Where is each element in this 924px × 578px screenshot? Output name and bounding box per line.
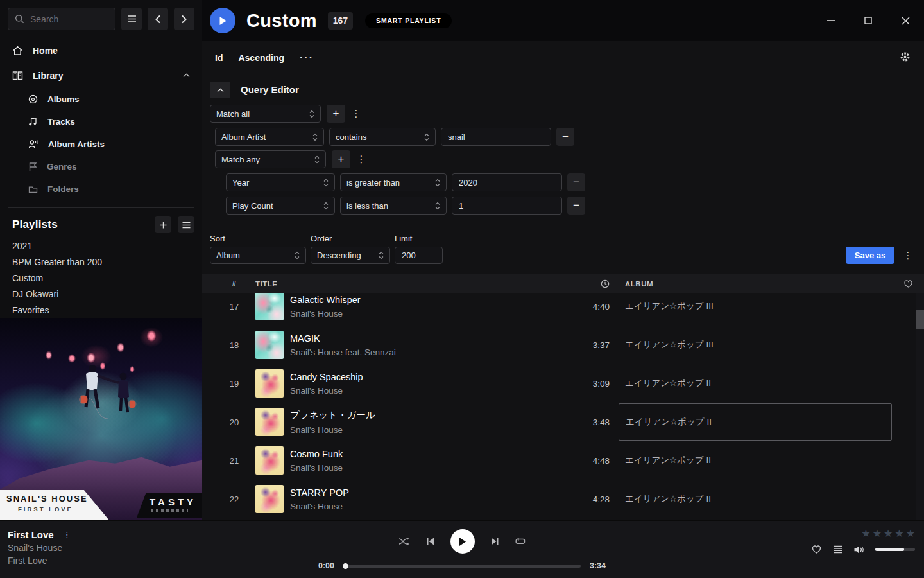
- rule-operator-select[interactable]: contains: [329, 128, 436, 146]
- rule-field-select[interactable]: Album Artist: [215, 128, 324, 146]
- sidebar-item-home[interactable]: Home: [0, 38, 202, 63]
- search-box[interactable]: [8, 8, 116, 30]
- forward-button[interactable]: [174, 8, 194, 30]
- track-row[interactable]: 17 Galactic Whisper Snail's House 4:40 エ…: [202, 293, 924, 326]
- more-options-button[interactable]: ···: [300, 52, 314, 64]
- now-playing-album[interactable]: First Love: [8, 556, 71, 566]
- now-playing-cover-art[interactable]: SNAIL'S HOUSE FIRST LOVE TASTY: [0, 318, 202, 520]
- star-icon[interactable]: ★: [894, 529, 903, 539]
- rule-value-input[interactable]: [452, 173, 562, 191]
- search-input[interactable]: [30, 14, 108, 24]
- match-type-select[interactable]: Match any: [215, 150, 326, 168]
- sidebar-item-folders[interactable]: Folders: [0, 178, 202, 200]
- match-type-select[interactable]: Match all: [210, 105, 321, 123]
- track-artist[interactable]: Snail's House: [290, 309, 565, 319]
- save-options-button[interactable]: ⋮: [903, 247, 913, 264]
- favorite-heart-icon[interactable]: [903, 279, 913, 288]
- track-artist[interactable]: Snail's House: [290, 425, 565, 435]
- menu-button[interactable]: [121, 8, 142, 30]
- sidebar-item-library[interactable]: Library: [0, 63, 202, 88]
- playlist-item[interactable]: DJ Okawari: [0, 286, 202, 302]
- playlist-item[interactable]: Favorites: [0, 302, 202, 319]
- remove-rule-button[interactable]: −: [556, 128, 574, 146]
- settings-gear-icon[interactable]: [900, 51, 911, 62]
- sort-direction-button[interactable]: Ascending: [238, 53, 284, 63]
- add-rule-button[interactable]: +: [327, 105, 345, 123]
- column-title[interactable]: TITLE: [255, 280, 565, 288]
- volume-icon[interactable]: [853, 545, 864, 554]
- now-playing-artist[interactable]: Snail's House: [8, 543, 71, 553]
- play-playlist-button[interactable]: [210, 8, 235, 33]
- star-icon[interactable]: ★: [861, 529, 870, 539]
- sidebar-item-genres[interactable]: Genres: [0, 155, 202, 178]
- back-button[interactable]: [148, 8, 168, 30]
- track-artist[interactable]: Snail's House: [290, 502, 565, 511]
- group-options-button[interactable]: ⋮: [351, 105, 361, 123]
- favorite-heart-button[interactable]: [811, 545, 822, 554]
- now-playing-options-button[interactable]: ⋮: [63, 530, 71, 539]
- add-rule-button[interactable]: +: [332, 150, 350, 168]
- playlist-item[interactable]: Custom: [0, 270, 202, 286]
- rule-field-select[interactable]: Year: [226, 173, 335, 191]
- remove-rule-button[interactable]: −: [567, 173, 585, 191]
- duration-clock-icon[interactable]: [601, 279, 610, 288]
- rule-value-input[interactable]: [452, 197, 562, 215]
- track-row[interactable]: 21 Cosmo Funk Snail's House 4:48 エイリアン☆ポ…: [202, 441, 924, 480]
- remove-rule-button[interactable]: −: [567, 197, 585, 215]
- column-album[interactable]: ALBUM: [619, 280, 892, 288]
- window-minimize-button[interactable]: [822, 12, 840, 30]
- rule-operator-select[interactable]: is less than: [340, 197, 447, 215]
- rule-field-select[interactable]: Play Count: [226, 197, 335, 215]
- seek-knob[interactable]: [343, 563, 348, 569]
- track-album-focused-cell[interactable]: エイリアン☆ポップ II: [619, 403, 892, 441]
- sort-select[interactable]: Album: [210, 247, 306, 264]
- order-select[interactable]: Descending: [311, 247, 390, 264]
- next-track-button[interactable]: [490, 537, 499, 546]
- group-options-button[interactable]: ⋮: [356, 150, 366, 168]
- sort-value: Album: [216, 250, 240, 260]
- rating-stars[interactable]: ★ ★ ★ ★ ★: [861, 529, 915, 539]
- save-as-button[interactable]: Save as: [846, 247, 894, 264]
- track-album[interactable]: エイリアン☆ポップ II: [619, 480, 892, 518]
- collapse-query-editor-button[interactable]: [210, 82, 230, 98]
- track-album[interactable]: エイリアン☆ポップ III: [619, 293, 892, 325]
- playlist-list-button[interactable]: [178, 216, 194, 233]
- track-album[interactable]: エイリアン☆ポップ II: [619, 442, 892, 479]
- add-playlist-button[interactable]: [155, 216, 171, 233]
- shuffle-button[interactable]: [398, 537, 411, 546]
- seek-slider[interactable]: [343, 565, 581, 568]
- track-album[interactable]: エイリアン☆ポップ II: [619, 365, 892, 402]
- track-row[interactable]: 20 プラネット・ガール Snail's House 3:48 エイリアン☆ポッ…: [202, 403, 924, 441]
- column-index[interactable]: #: [221, 280, 247, 288]
- sort-field-button[interactable]: Id: [215, 53, 223, 63]
- track-row[interactable]: 22 STARRY POP Snail's House 4:28 エイリアン☆ポ…: [202, 480, 924, 518]
- rule-value-input[interactable]: [441, 128, 551, 146]
- track-album[interactable]: エイリアン☆ポップ III: [619, 326, 892, 363]
- limit-input[interactable]: [395, 247, 443, 264]
- star-icon[interactable]: ★: [906, 529, 915, 539]
- volume-slider[interactable]: [875, 548, 915, 551]
- sidebar-item-album-artists[interactable]: Album Artists: [0, 133, 202, 155]
- window-close-button[interactable]: [896, 12, 914, 30]
- sidebar-item-tracks[interactable]: Tracks: [0, 110, 202, 133]
- sidebar-item-albums[interactable]: Albums: [0, 88, 202, 110]
- track-row[interactable]: 18 MAGIK Snail's House feat. Sennzai 3:3…: [202, 326, 924, 364]
- window-maximize-button[interactable]: [859, 12, 877, 30]
- repeat-button[interactable]: [515, 537, 526, 546]
- playlist-item[interactable]: 2021: [0, 238, 202, 254]
- track-duration: 3:37: [565, 340, 610, 350]
- track-artist[interactable]: Snail's House: [290, 463, 565, 473]
- scrollbar-thumb[interactable]: [916, 310, 924, 329]
- track-row[interactable]: 19 Candy Spaceship Snail's House 3:09 エイ…: [202, 364, 924, 403]
- now-playing-title[interactable]: First Love: [8, 529, 54, 540]
- playlist-item[interactable]: BPM Greater than 200: [0, 254, 202, 270]
- chevron-up-icon[interactable]: [183, 73, 190, 78]
- rule-operator-select[interactable]: is greater than: [340, 173, 447, 191]
- queue-button[interactable]: [833, 545, 843, 554]
- star-icon[interactable]: ★: [873, 529, 882, 539]
- track-artist[interactable]: Snail's House feat. Sennzai: [290, 347, 565, 357]
- star-icon[interactable]: ★: [884, 529, 893, 539]
- track-artist[interactable]: Snail's House: [290, 386, 565, 396]
- previous-track-button[interactable]: [426, 537, 435, 546]
- play-pause-button[interactable]: [450, 529, 475, 554]
